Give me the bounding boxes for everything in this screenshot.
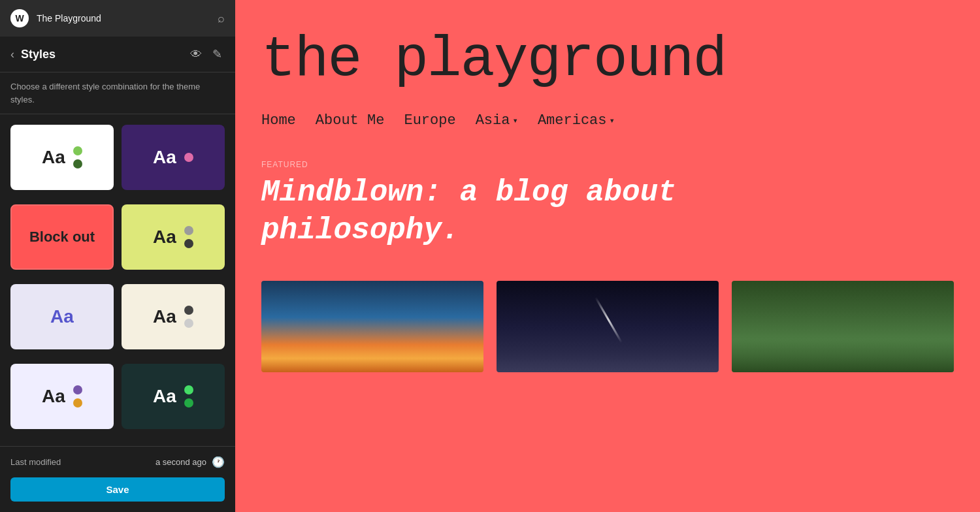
asia-dropdown-arrow: ▾	[512, 115, 517, 126]
search-icon[interactable]: ⌕	[218, 12, 225, 25]
nav-americas[interactable]: Americas ▾	[538, 112, 615, 129]
preview-panel: the playground Home About Me Europe Asia…	[235, 0, 980, 512]
dot-orange	[73, 398, 82, 408]
americas-dropdown-arrow: ▾	[610, 115, 615, 126]
preview-icon[interactable]: 👁	[188, 46, 204, 63]
topbar: W The Playground ⌕	[0, 0, 235, 37]
site-title: the playground	[261, 31, 954, 89]
dot-green-light	[73, 146, 82, 155]
thumbnails-row	[261, 281, 954, 372]
style-card-lavender-dots[interactable]: Aa	[10, 364, 114, 429]
sidebar-footer: Last modified a second ago 🕐	[0, 446, 235, 477]
edit-icon[interactable]: ✎	[210, 46, 225, 63]
thumbnail-forest	[732, 281, 954, 372]
thumbnail-night	[497, 281, 719, 372]
blockout-label: Block out	[29, 229, 95, 246]
nav-bar: Home About Me Europe Asia ▾ Americas ▾	[261, 112, 954, 129]
style-card-purple-pink[interactable]: Aa	[122, 125, 225, 190]
styles-title: Styles	[21, 48, 181, 61]
dot-pink	[184, 153, 193, 162]
save-button[interactable]: Save	[10, 477, 225, 502]
styles-grid: Aa Aa Block out Aa Aa	[0, 114, 235, 446]
dot-purple	[73, 385, 82, 394]
wp-logo[interactable]: W	[10, 9, 29, 27]
preview-content: the playground Home About Me Europe Asia…	[235, 0, 980, 512]
dot-dark	[184, 306, 193, 315]
style-card-blockout[interactable]: Block out	[10, 204, 114, 270]
style-card-cream[interactable]: Aa	[122, 284, 225, 349]
sidebar-description: Choose a different style combination for…	[0, 72, 235, 114]
nav-home[interactable]: Home	[261, 112, 296, 129]
style-card-yellow-dots[interactable]: Aa	[122, 204, 225, 270]
topbar-title: The Playground	[37, 13, 210, 24]
back-button[interactable]: ‹	[10, 48, 14, 61]
sidebar: W The Playground ⌕ ‹ Styles 👁 ✎ Choose a…	[0, 0, 235, 512]
dot-green-bright	[184, 385, 193, 394]
nav-asia[interactable]: Asia ▾	[476, 112, 518, 129]
hero-tagline: Mindblown: a blog about philosophy.	[261, 174, 719, 249]
hero-label: FEATURED	[261, 160, 954, 169]
nav-about[interactable]: About Me	[316, 112, 385, 129]
sidebar-header: ‹ Styles 👁 ✎	[0, 37, 235, 72]
header-actions: 👁 ✎	[188, 46, 225, 63]
last-modified-label: Last modified	[10, 457, 61, 467]
style-card-lavender[interactable]: Aa	[10, 284, 114, 349]
thumbnail-sunset	[261, 281, 483, 372]
style-card-white-green[interactable]: Aa	[10, 125, 114, 190]
dot-green-mid	[184, 398, 193, 408]
style-card-dark-teal[interactable]: Aa	[122, 364, 225, 429]
dot-light	[184, 319, 193, 328]
history-icon[interactable]: 🕐	[212, 456, 225, 468]
dot-green-dark	[73, 159, 82, 168]
dot-gray	[184, 226, 193, 235]
last-modified-time: a second ago	[155, 457, 206, 467]
dot-dark	[184, 239, 193, 248]
nav-europe[interactable]: Europe	[404, 112, 455, 129]
